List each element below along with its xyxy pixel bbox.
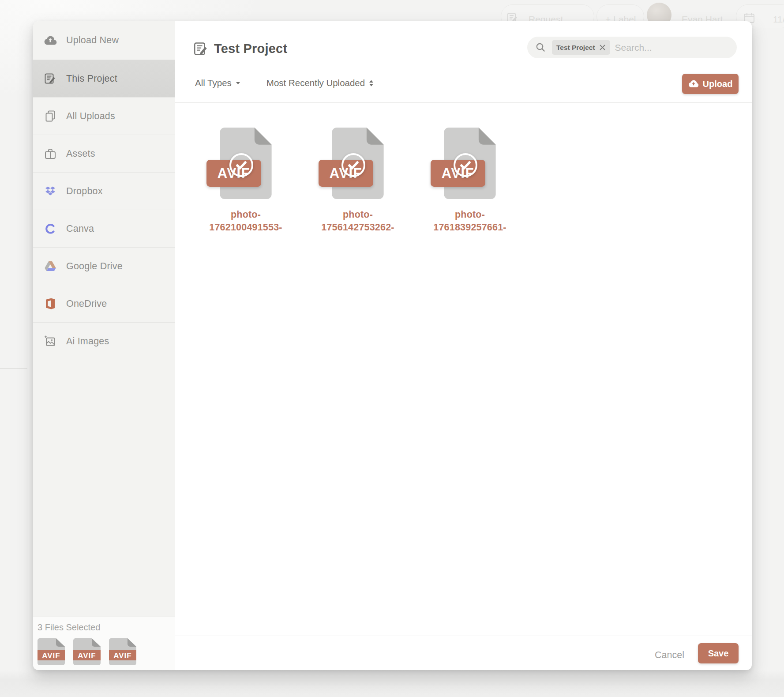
selected-files-thumbnails: AVIF AVIF AVIF: [37, 638, 137, 666]
sidebar-item-assets[interactable]: Assets: [33, 135, 175, 173]
avif-file-icon: AVIF: [37, 638, 66, 666]
file-card[interactable]: AVIF photo- 1756142753262-: [302, 127, 414, 268]
sidebar-item-google-drive[interactable]: Google Drive: [33, 248, 175, 285]
svg-text:AVIF: AVIF: [78, 652, 96, 660]
cancel-button[interactable]: Cancel: [649, 646, 690, 664]
sidebar-item-label: Assets: [66, 148, 95, 159]
copies-icon: [44, 109, 57, 123]
dropbox-icon: [44, 185, 57, 198]
sidebar-item-canva[interactable]: Canva: [33, 210, 175, 248]
file-name: photo- 1761839257661-: [414, 208, 526, 234]
briefcase-icon: [44, 147, 57, 160]
avif-file-icon: AVIF: [108, 638, 137, 666]
sidebar-item-label: Canva: [66, 223, 94, 234]
ai-images-icon: [44, 335, 57, 348]
project-document-icon: [44, 72, 57, 85]
selected-files-count: 3 Files Selected: [38, 622, 100, 633]
file-grid: AVIF photo- 1762100491553- AVIF: [175, 21, 752, 286]
svg-text:AVIF: AVIF: [42, 652, 60, 660]
sidebar-item-label: All Uploads: [66, 111, 115, 122]
footer-divider: [175, 636, 752, 636]
sidebar-item-this-project[interactable]: This Project: [33, 60, 175, 98]
file-name: photo- 1762100491553-: [190, 208, 302, 234]
selected-check-icon: [341, 153, 365, 177]
sidebar-item-label: Google Drive: [66, 261, 123, 272]
main-panel: Test Project Test Project Search... Uplo…: [175, 21, 752, 670]
selected-check-icon: [229, 153, 253, 177]
file-card[interactable]: AVIF photo- 1762100491553-: [190, 127, 302, 268]
sidebar-item-label: Ai Images: [66, 336, 109, 347]
source-sidebar: Upload New This Project All Uploads: [33, 21, 175, 670]
sidebar-item-label: OneDrive: [66, 298, 107, 309]
file-card[interactable]: AVIF photo- 1761839257661-: [414, 127, 526, 268]
selected-files-tray: 3 Files Selected AVIF AVIF: [33, 617, 175, 670]
selected-check-icon: [454, 153, 477, 177]
sidebar-item-onedrive[interactable]: OneDrive: [33, 285, 175, 323]
background-content-edge: [0, 368, 27, 369]
sidebar-item-upload-new[interactable]: Upload New: [33, 21, 175, 60]
avif-file-icon: AVIF: [72, 638, 101, 666]
sidebar-item-label: Upload New: [66, 35, 119, 46]
sidebar-item-all-uploads[interactable]: All Uploads: [33, 98, 175, 135]
sidebar-item-label: This Project: [66, 73, 117, 84]
sidebar-item-label: Dropbox: [66, 186, 103, 197]
save-button[interactable]: Save: [698, 643, 739, 663]
file-name: photo- 1756142753262-: [302, 208, 414, 234]
google-drive-icon: [44, 260, 57, 273]
canva-icon: [44, 222, 57, 235]
sidebar-item-dropbox[interactable]: Dropbox: [33, 173, 175, 210]
background-date-text: 11/05: [773, 14, 784, 25]
onedrive-icon: [44, 297, 57, 310]
sidebar-item-ai-images[interactable]: Ai Images: [33, 323, 175, 360]
cloud-upload-icon: [44, 34, 57, 47]
svg-text:AVIF: AVIF: [113, 652, 131, 660]
file-picker-modal: Upload New This Project All Uploads: [33, 21, 752, 670]
